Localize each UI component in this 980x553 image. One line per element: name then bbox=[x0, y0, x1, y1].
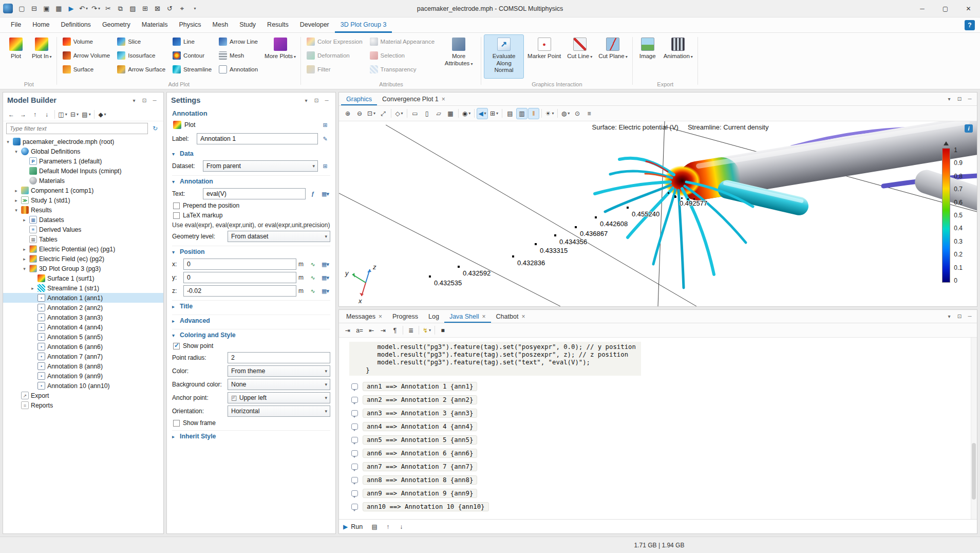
tree-expander-icon[interactable]: ▾ bbox=[13, 149, 19, 154]
wrap-lines-icon[interactable]: ¶ bbox=[389, 325, 401, 336]
point-radius-input[interactable] bbox=[228, 352, 330, 363]
prepend-position-checkbox[interactable] bbox=[173, 202, 180, 209]
minimize-panel-icon[interactable]: ─ bbox=[965, 312, 974, 321]
tab-messages[interactable]: Messages× bbox=[341, 310, 387, 323]
z-input[interactable] bbox=[183, 285, 296, 297]
tree-item-surface-1-surf1[interactable]: Surface 1 (surf1) bbox=[3, 273, 163, 283]
tree-item-materials[interactable]: Materials bbox=[3, 176, 163, 186]
contour-button[interactable]: Contour bbox=[169, 50, 215, 61]
annotation-text-input[interactable] bbox=[203, 188, 306, 199]
ribbon-tab-home[interactable]: Home bbox=[27, 17, 55, 33]
tab-progress[interactable]: Progress bbox=[387, 310, 423, 323]
section-position-header[interactable]: Position bbox=[172, 246, 330, 256]
ribbon-tab-results[interactable]: Results bbox=[261, 17, 294, 33]
float-panel-icon[interactable]: ⊡ bbox=[955, 95, 964, 104]
model-tree-nodes-icon[interactable]: ▤▾ bbox=[81, 109, 92, 120]
model-manager-icon[interactable]: ▦ bbox=[53, 3, 65, 14]
tree-item-tables[interactable]: Tables bbox=[3, 234, 163, 244]
table-graph-icon[interactable]: ⊞▾ bbox=[488, 108, 500, 119]
open-file-icon[interactable]: ⊟ bbox=[28, 3, 40, 14]
tree-item-study-1-std1[interactable]: ▸Study 1 (std1) bbox=[3, 195, 163, 205]
close-tab-icon[interactable]: × bbox=[482, 313, 486, 320]
plot-info-icon[interactable] bbox=[965, 124, 973, 133]
move-down-icon[interactable]: ↓ bbox=[41, 109, 52, 120]
tree-item-annotation-9-ann9[interactable]: Annotation 9 (ann9) bbox=[3, 371, 163, 381]
clear-console-icon[interactable]: ≣ bbox=[405, 325, 417, 336]
section-inherit-style-header[interactable]: Inherit Style bbox=[172, 430, 330, 441]
camera-icon[interactable]: ▦ bbox=[445, 108, 456, 119]
tree-item-pacemaker-electrode-mph-root[interactable]: ▾pacemaker_electrode.mph (root) bbox=[3, 137, 163, 146]
go-back-icon[interactable]: ← bbox=[6, 109, 17, 120]
animation-button[interactable]: Animation▾ bbox=[661, 34, 695, 79]
tree-expander-icon[interactable]: ▸ bbox=[13, 188, 19, 193]
arrow-surface-button[interactable]: Arrow Surface bbox=[114, 64, 168, 75]
tree-expander-icon[interactable]: ▸ bbox=[13, 198, 19, 203]
collapse-all-icon[interactable]: ⊟▾ bbox=[69, 109, 80, 120]
command-window-icon[interactable]: ▤ bbox=[369, 521, 380, 532]
plot-button[interactable]: Plot bbox=[172, 120, 200, 130]
customize-quick-access-icon[interactable]: ▾ bbox=[189, 3, 200, 14]
duplicate-icon[interactable]: ⊞ bbox=[139, 3, 151, 14]
color-expression-button[interactable]: Color Expression bbox=[304, 36, 366, 47]
tree-item-annotation-2-ann2[interactable]: Annotation 2 (ann2) bbox=[3, 303, 163, 312]
geometry-level-select[interactable]: From dataset bbox=[228, 231, 330, 242]
background-color-select[interactable]: None bbox=[228, 379, 330, 390]
tree-expander-icon[interactable]: ▸ bbox=[22, 256, 27, 262]
tree-expander-icon[interactable]: ▾ bbox=[13, 208, 19, 213]
go-to-default-view-icon[interactable]: ◇▾ bbox=[393, 108, 405, 119]
graphics-canvas[interactable]: z y x Surface: Electric potential (V) St… bbox=[339, 121, 977, 306]
previous-command-icon[interactable]: ↑ bbox=[382, 521, 393, 532]
close-tab-icon[interactable]: × bbox=[379, 313, 382, 320]
zoom-out-icon[interactable]: ⊖ bbox=[354, 108, 365, 119]
tree-item-component-1-comp1[interactable]: ▸Component 1 (comp1) bbox=[3, 186, 163, 195]
environment-icon[interactable]: ◍▾ bbox=[560, 108, 571, 119]
text-menu-icon[interactable] bbox=[320, 189, 330, 199]
range-icon[interactable] bbox=[308, 272, 318, 283]
float-panel-icon[interactable]: ⊡ bbox=[312, 96, 321, 105]
ribbon-tab-mesh[interactable]: Mesh bbox=[207, 17, 234, 33]
run-play-icon[interactable] bbox=[343, 523, 348, 530]
new-file-icon[interactable]: ▢ bbox=[16, 3, 28, 14]
plot-in-button[interactable]: Plot In▾ bbox=[29, 34, 54, 79]
print-icon[interactable]: ≡ bbox=[583, 108, 595, 119]
tree-item-annotation-10-ann10[interactable]: Annotation 10 (ann10) bbox=[3, 381, 163, 391]
arrow-line-button[interactable]: Arrow Line bbox=[216, 36, 261, 47]
tree-item-annotation-6-ann6[interactable]: Annotation 6 (ann6) bbox=[3, 342, 163, 352]
reset-desktop-icon[interactable]: ↺ bbox=[164, 3, 176, 14]
zx-view-icon[interactable]: ▱ bbox=[433, 108, 444, 119]
show-grid-icon[interactable]: ▤ bbox=[504, 108, 516, 119]
show-point-checkbox[interactable] bbox=[173, 343, 180, 349]
go-forward-icon[interactable]: → bbox=[17, 109, 29, 120]
tab-chatbot[interactable]: Chatbot× bbox=[491, 310, 531, 323]
tree-item-annotation-1-ann1[interactable]: Annotation 1 (ann1) bbox=[3, 293, 163, 303]
line-button[interactable]: Line bbox=[169, 36, 215, 47]
tab-java-shell[interactable]: Java Shell× bbox=[444, 310, 491, 323]
paste-icon[interactable]: ▨ bbox=[127, 3, 139, 14]
tree-item-annotation-8-ann8[interactable]: Annotation 8 (ann8) bbox=[3, 361, 163, 371]
tree-item-parameters-1-default[interactable]: Parameters 1 (default) bbox=[3, 156, 163, 166]
deformation-button[interactable]: Deformation bbox=[304, 50, 366, 61]
streamline-button[interactable]: Streamline bbox=[169, 64, 215, 75]
section-advanced-header[interactable]: Advanced bbox=[172, 315, 330, 325]
ribbon-tab-materials[interactable]: Materials bbox=[136, 17, 174, 33]
zoom-extents-icon[interactable]: ⤢ bbox=[378, 108, 389, 119]
zoom-box-icon[interactable]: ⊡▾ bbox=[366, 108, 377, 119]
tree-item-reports[interactable]: Reports bbox=[3, 400, 163, 410]
console-scrollbar[interactable] bbox=[971, 338, 977, 519]
measure-icon[interactable]: ‖ bbox=[528, 108, 539, 119]
label-input[interactable] bbox=[197, 133, 318, 144]
panel-menu-icon[interactable]: ▾ bbox=[301, 96, 311, 105]
tree-item-streamline-1-str1[interactable]: ▸Streamline 1 (str1) bbox=[3, 283, 163, 293]
panel-menu-icon[interactable]: ▾ bbox=[945, 312, 954, 321]
maximize-button[interactable] bbox=[934, 0, 957, 17]
isosurface-button[interactable]: Isosurface bbox=[114, 50, 168, 61]
tree-item-datasets[interactable]: ▸Datasets bbox=[3, 215, 163, 225]
panel-menu-icon[interactable]: ▾ bbox=[945, 95, 954, 104]
panel-menu-icon[interactable]: ▾ bbox=[129, 96, 139, 105]
cut-line-button[interactable]: Cut Line▾ bbox=[564, 34, 595, 79]
y-input[interactable] bbox=[183, 272, 296, 283]
minimize-panel-icon[interactable]: ─ bbox=[150, 96, 159, 105]
marker-point-button[interactable]: Marker Point bbox=[525, 34, 563, 79]
minimize-panel-icon[interactable]: ─ bbox=[965, 95, 974, 104]
evaluate-along-normal-button[interactable]: Evaluate Along Normal bbox=[484, 34, 524, 79]
